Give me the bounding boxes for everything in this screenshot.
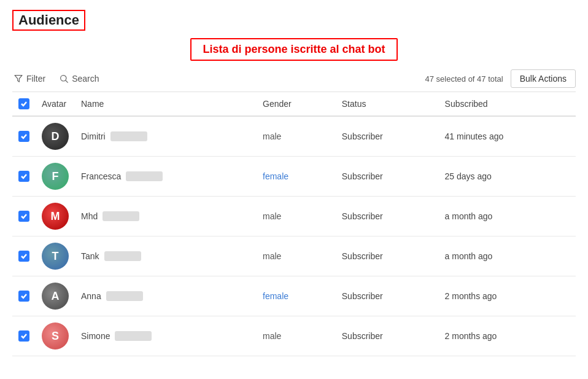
header-checkbox[interactable]: [18, 98, 29, 109]
row-name-cell: Tank: [75, 236, 257, 276]
subscriber-name: Anna: [81, 291, 101, 301]
checkmark-icon: [20, 213, 28, 220]
row-subscribed-cell: a month ago: [439, 197, 576, 236]
row-name-cell: Simone: [75, 316, 257, 356]
subscribed-time: 41 minutes ago: [445, 131, 504, 141]
row-status-cell: Subscriber: [336, 316, 439, 356]
row-checkbox-cell: [12, 157, 36, 197]
name-container: Anna: [81, 291, 250, 301]
row-status-cell: Subscriber: [336, 276, 439, 316]
header-name: Name: [75, 92, 257, 116]
name-container: Francesca: [81, 171, 250, 181]
svg-line-2: [66, 80, 68, 83]
filter-button[interactable]: Filter: [12, 71, 47, 86]
svg-marker-0: [15, 76, 22, 82]
status-badge: Subscriber: [342, 251, 383, 261]
status-badge: Subscriber: [342, 291, 383, 301]
row-subscribed-cell: 2 months ago: [439, 316, 576, 356]
filter-label: Filter: [26, 74, 45, 84]
page-wrapper: Audience Lista di persone iscritte al ch…: [0, 0, 588, 379]
row-name-cell: Anna: [75, 276, 257, 316]
row-name-cell: Francesca: [75, 157, 257, 197]
search-button[interactable]: Search: [58, 71, 100, 86]
checkmark-icon: [20, 173, 28, 180]
name-blur: [103, 211, 139, 221]
header-gender: Gender: [257, 92, 336, 116]
gender-value: male: [263, 331, 281, 341]
row-avatar-cell: F: [36, 157, 75, 197]
subscribed-time: 2 months ago: [445, 331, 497, 341]
avatar: D: [42, 123, 69, 150]
avatar: A: [42, 283, 69, 310]
selection-count: 47 selected of 47 total: [425, 74, 503, 84]
toolbar-left: Filter Search: [12, 71, 425, 86]
row-avatar-cell: S: [36, 316, 75, 356]
table-row: S Simone maleSubscriber2 months ago: [12, 316, 576, 356]
name-blur: [115, 331, 152, 341]
row-gender-cell: male: [257, 236, 336, 276]
table-row: A Anna femaleSubscriber2 months ago: [12, 276, 576, 316]
row-subscribed-cell: 41 minutes ago: [439, 116, 576, 157]
gender-value: male: [263, 211, 281, 221]
subscriber-name: Mhd: [81, 211, 98, 221]
gender-value: male: [263, 131, 281, 141]
header-avatar: Avatar: [36, 92, 75, 116]
status-badge: Subscriber: [342, 171, 383, 181]
name-blur: [106, 291, 143, 301]
status-badge: Subscriber: [342, 131, 383, 141]
row-name-cell: Dimitri: [75, 116, 257, 157]
row-checkbox-cell: [12, 316, 36, 356]
subscriber-name: Dimitri: [81, 131, 106, 141]
row-checkbox[interactable]: [18, 171, 29, 182]
row-checkbox-cell: [12, 276, 36, 316]
search-label: Search: [72, 74, 99, 84]
avatar: S: [42, 322, 69, 350]
status-badge: Subscriber: [342, 331, 383, 341]
subscriber-name: Francesca: [81, 171, 121, 181]
name-container: Mhd: [81, 211, 250, 221]
toolbar: Filter Search 47 selected of 47 total Bu…: [12, 66, 576, 92]
subscribed-time: 2 months ago: [445, 291, 497, 301]
row-subscribed-cell: 25 days ago: [439, 157, 576, 197]
checkmark-icon: [20, 100, 28, 107]
row-status-cell: Subscriber: [336, 236, 439, 276]
row-checkbox[interactable]: [18, 330, 29, 342]
filter-icon: [14, 74, 23, 84]
row-gender-cell: male: [257, 116, 336, 157]
svg-point-1: [61, 76, 66, 81]
header-subscribed: Subscribed: [439, 92, 576, 116]
subscriber-name: Simone: [81, 331, 110, 341]
name-blur: [104, 251, 141, 261]
subscribed-time: a month ago: [445, 251, 493, 261]
row-status-cell: Subscriber: [336, 157, 439, 197]
banner-container: Lista di persone iscritte al chat bot: [12, 38, 576, 61]
row-checkbox[interactable]: [18, 131, 29, 142]
row-checkbox[interactable]: [18, 211, 29, 222]
row-checkbox-cell: [12, 236, 36, 276]
table-row: F Francesca femaleSubscriber25 days ago: [12, 157, 576, 197]
name-blur: [110, 131, 147, 141]
row-checkbox[interactable]: [18, 291, 29, 302]
row-status-cell: Subscriber: [336, 197, 439, 236]
gender-value: female: [263, 171, 288, 181]
table-header-row: Avatar Name Gender Status Subscribed: [12, 92, 576, 116]
row-avatar-cell: D: [36, 116, 75, 157]
bulk-actions-button[interactable]: Bulk Actions: [511, 69, 576, 88]
row-checkbox[interactable]: [18, 251, 29, 262]
banner-text: Lista di persone iscritte al chat bot: [190, 38, 397, 61]
search-icon: [59, 74, 69, 84]
header-status: Status: [336, 92, 439, 116]
name-container: Dimitri: [81, 131, 250, 141]
row-gender-cell: female: [257, 157, 336, 197]
checkmark-icon: [20, 332, 28, 340]
row-gender-cell: male: [257, 197, 336, 236]
row-gender-cell: female: [257, 276, 336, 316]
status-badge: Subscriber: [342, 211, 383, 221]
row-checkbox-cell: [12, 116, 36, 157]
subscribed-time: a month ago: [445, 211, 493, 221]
row-avatar-cell: T: [36, 236, 75, 276]
row-checkbox-cell: [12, 197, 36, 236]
row-gender-cell: male: [257, 316, 336, 356]
toolbar-right: 47 selected of 47 total Bulk Actions: [425, 69, 576, 88]
header-checkbox-cell: [12, 92, 36, 116]
